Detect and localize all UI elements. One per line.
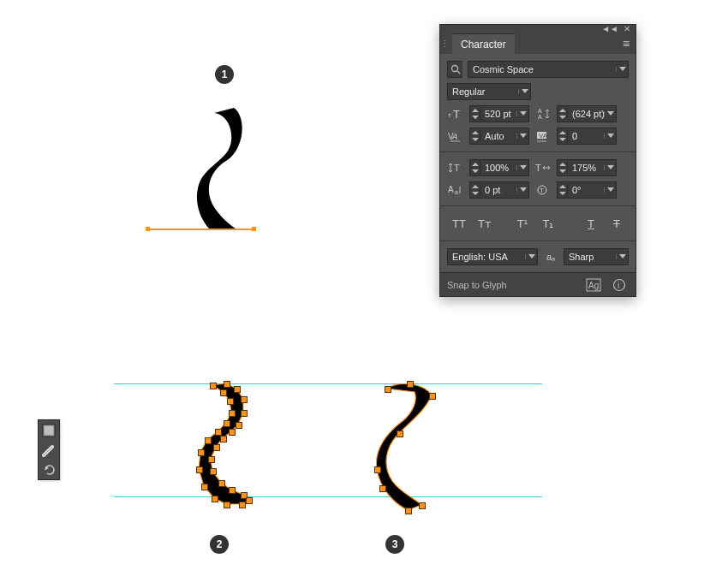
- antialias-value: Sharp: [564, 252, 616, 262]
- fill-swatch-button[interactable]: [39, 420, 59, 440]
- font-family-field[interactable]: Cosmic Space: [468, 61, 629, 78]
- chevron-down-icon[interactable]: [616, 67, 628, 72]
- glyph-panel-button[interactable]: Ag: [584, 276, 603, 294]
- rotation-icon: T: [534, 182, 552, 198]
- tab-character[interactable]: Character: [452, 33, 515, 54]
- vertical-scale-value: 100%: [480, 163, 516, 173]
- svg-text:T: T: [535, 163, 541, 173]
- collapse-icon[interactable]: ◄◄: [601, 25, 618, 33]
- tracking-icon: VA: [534, 128, 552, 144]
- chevron-down-icon[interactable]: [604, 187, 616, 193]
- type-baseline: [148, 229, 254, 230]
- glyph-shape-3[interactable]: [373, 383, 440, 512]
- kerning-icon: VA: [447, 128, 464, 144]
- chevron-down-icon[interactable]: [616, 254, 628, 259]
- language-value: English: USA: [448, 252, 525, 262]
- chevron-down-icon[interactable]: [604, 134, 616, 139]
- small-caps-button[interactable]: Tᴛ: [473, 214, 497, 233]
- strikethrough-button[interactable]: T: [605, 214, 629, 233]
- panel-grip-icon[interactable]: ⋮⋮: [440, 33, 452, 54]
- font-family-value: Cosmic Space: [468, 64, 616, 74]
- rotation-value: 0°: [568, 185, 604, 195]
- baseline-shift-icon: Aa: [447, 182, 464, 198]
- baseline-shift-value: 0 pt: [480, 185, 516, 195]
- step-badge-3: 3: [385, 535, 404, 554]
- svg-text:A: A: [448, 185, 454, 194]
- chevron-down-icon[interactable]: [604, 165, 616, 170]
- chevron-down-icon[interactable]: [516, 187, 528, 193]
- horizontal-scale-value: 175%: [568, 163, 604, 173]
- svg-point-2: [451, 66, 457, 72]
- mini-tool-strip: [38, 419, 60, 480]
- info-button[interactable]: i: [610, 276, 629, 294]
- svg-text:i: i: [618, 281, 619, 290]
- rotation-field[interactable]: 0°: [557, 181, 617, 199]
- character-panel: ◄◄ ✕ ⋮⋮ Character ≡ Cosmic Space: [439, 24, 636, 297]
- search-font-icon[interactable]: [447, 61, 462, 78]
- guide-bottom: [114, 496, 542, 497]
- close-icon[interactable]: ✕: [624, 25, 630, 33]
- all-caps-button[interactable]: TT: [447, 214, 471, 233]
- guide-top: [114, 383, 542, 384]
- kerning-value: Auto: [480, 131, 516, 141]
- superscript-button[interactable]: T¹: [510, 214, 534, 233]
- leading-field[interactable]: (624 pt): [557, 105, 617, 122]
- chevron-down-icon[interactable]: [516, 165, 528, 170]
- glyph-shape-1: [195, 108, 251, 232]
- svg-text:T: T: [454, 163, 460, 173]
- leading-value: (624 pt): [568, 109, 604, 119]
- font-size-field[interactable]: 520 pt: [469, 105, 529, 122]
- kerning-field[interactable]: Auto: [469, 128, 529, 145]
- subscript-button[interactable]: T₁: [536, 214, 560, 233]
- leading-icon: AA: [534, 106, 552, 122]
- font-size-icon: тT: [447, 106, 464, 122]
- tracking-value: 0: [568, 131, 604, 141]
- antialias-icon: aₐ: [543, 249, 558, 264]
- svg-text:VA: VA: [539, 132, 548, 140]
- svg-text:т: т: [448, 111, 451, 119]
- underline-button[interactable]: T: [579, 214, 603, 233]
- chevron-down-icon[interactable]: [516, 134, 528, 139]
- chevron-down-icon[interactable]: [525, 254, 537, 259]
- font-style-value: Regular: [448, 86, 518, 97]
- svg-line-3: [457, 71, 460, 74]
- font-style-field[interactable]: Regular: [447, 83, 531, 100]
- svg-text:a: a: [455, 189, 458, 195]
- baseline-shift-field[interactable]: 0 pt: [469, 181, 529, 199]
- horizontal-scale-icon: T: [534, 160, 552, 175]
- chevron-down-icon[interactable]: [604, 111, 616, 116]
- smooth-tool-button[interactable]: [39, 440, 59, 460]
- font-size-value: 520 pt: [480, 109, 516, 119]
- step-badge-2: 2: [210, 535, 229, 554]
- vertical-scale-field[interactable]: 100%: [469, 159, 529, 176]
- antialias-field[interactable]: Sharp: [564, 248, 629, 265]
- panel-menu-button[interactable]: ≡: [617, 33, 636, 54]
- chevron-down-icon[interactable]: [516, 111, 528, 116]
- svg-rect-1: [45, 426, 53, 435]
- undo-tool-button[interactable]: [39, 460, 59, 479]
- svg-text:A: A: [538, 108, 542, 114]
- horizontal-scale-field[interactable]: 175%: [557, 159, 617, 176]
- step-badge-1: 1: [215, 65, 234, 84]
- svg-text:Ag: Ag: [588, 281, 599, 290]
- language-field[interactable]: English: USA: [447, 248, 538, 265]
- svg-text:A: A: [538, 114, 542, 120]
- svg-text:T: T: [540, 187, 544, 194]
- glyph-shape-2[interactable]: [195, 383, 255, 508]
- chevron-down-icon[interactable]: [518, 89, 530, 94]
- vertical-scale-icon: T: [447, 160, 464, 175]
- snap-to-glyph-label: Snap to Glyph: [447, 280, 507, 290]
- tracking-field[interactable]: 0: [557, 128, 617, 145]
- svg-text:T: T: [453, 108, 460, 120]
